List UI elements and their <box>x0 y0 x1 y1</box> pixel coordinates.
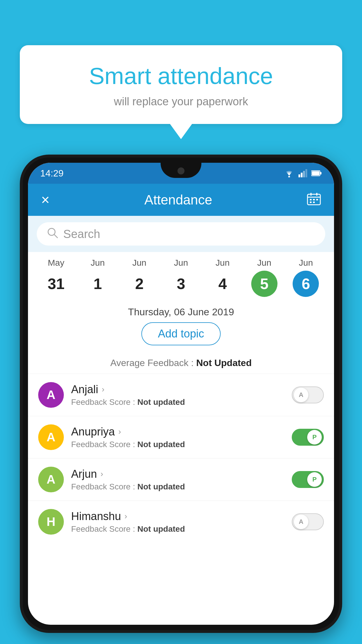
svg-rect-13 <box>313 199 315 200</box>
toggle-knob: A <box>294 388 308 402</box>
cal-month-label: Jun <box>132 258 146 268</box>
calendar-strip: May31Jun1Jun2Jun3Jun4Jun5Jun6 <box>28 252 334 300</box>
bubble-subtitle: will replace your paperwork <box>34 95 328 108</box>
svg-rect-6 <box>320 172 321 174</box>
signal-icon <box>298 169 307 177</box>
student-avatar: A <box>38 467 64 492</box>
search-icon <box>47 227 58 241</box>
attendance-toggle-wrap[interactable]: A <box>292 513 324 530</box>
student-feedback: Feedback Score : Not updated <box>71 524 284 534</box>
avg-feedback-value: Not Updated <box>196 358 252 368</box>
calendar-day[interactable]: Jun4 <box>210 258 236 297</box>
svg-rect-7 <box>312 171 319 175</box>
toggle-knob: A <box>294 514 308 529</box>
svg-rect-15 <box>310 202 312 203</box>
cal-month-label: Jun <box>174 258 188 268</box>
student-item[interactable]: HHimanshu ›Feedback Score : Not updatedA <box>28 501 334 543</box>
add-topic-button[interactable]: Add topic <box>141 322 221 345</box>
svg-rect-1 <box>298 174 300 177</box>
calendar-day[interactable]: Jun1 <box>85 258 111 297</box>
calendar-day[interactable]: Jun6 <box>293 258 319 297</box>
student-info: Anupriya ›Feedback Score : Not updated <box>71 426 284 449</box>
selected-date-display: Thursday, 06 June 2019 <box>28 300 334 322</box>
student-name: Himanshu › <box>71 510 284 523</box>
cal-date-number[interactable]: 5 <box>251 271 277 297</box>
attendance-toggle[interactable]: P <box>292 471 324 488</box>
header-title: Attendance <box>144 192 212 208</box>
cal-month-label: Jun <box>299 258 313 268</box>
chevron-icon: › <box>124 512 127 521</box>
calendar-day[interactable]: Jun5 <box>251 258 277 297</box>
calendar-day[interactable]: May31 <box>43 258 69 297</box>
cal-month-label: Jun <box>216 258 230 268</box>
cal-month-label: May <box>48 258 64 268</box>
student-item[interactable]: AArjun ›Feedback Score : Not updatedP <box>28 458 334 501</box>
status-time: 14:29 <box>40 168 64 179</box>
student-avatar: A <box>38 382 64 408</box>
battery-icon <box>311 170 322 176</box>
student-name: Anjali › <box>71 383 284 396</box>
cal-month-label: Jun <box>257 258 271 268</box>
svg-rect-14 <box>316 199 318 200</box>
svg-rect-2 <box>301 173 303 177</box>
search-bar[interactable]: Search <box>37 222 325 246</box>
chevron-icon: › <box>118 427 121 436</box>
attendance-toggle[interactable]: P <box>292 429 324 446</box>
student-avatar: A <box>38 424 64 450</box>
phone-inner: 14:29 <box>23 158 339 630</box>
student-feedback: Feedback Score : Not updated <box>71 440 284 449</box>
bubble-title: Smart attendance <box>34 63 328 90</box>
student-avatar: H <box>38 509 64 535</box>
attendance-toggle-wrap[interactable]: P <box>292 429 324 446</box>
attendance-toggle[interactable]: A <box>292 386 324 403</box>
cal-date-number[interactable]: 31 <box>43 271 69 297</box>
search-bar-container: Search <box>28 216 334 252</box>
student-name: Anupriya › <box>71 426 284 438</box>
cal-date-number[interactable]: 2 <box>126 271 152 297</box>
phone-screen: 14:29 <box>28 163 334 625</box>
svg-rect-3 <box>303 171 305 177</box>
svg-rect-11 <box>316 193 317 196</box>
svg-rect-12 <box>310 199 312 200</box>
cal-date-number[interactable]: 4 <box>210 271 236 297</box>
svg-point-0 <box>288 176 290 177</box>
student-info: Anjali ›Feedback Score : Not updated <box>71 383 284 407</box>
student-item[interactable]: AAnupriya ›Feedback Score : Not updatedP <box>28 416 334 458</box>
attendance-toggle-wrap[interactable]: A <box>292 386 324 403</box>
phone-wrapper: 14:29 <box>20 155 342 644</box>
calendar-icon[interactable] <box>307 192 321 208</box>
app-header: × Attendance <box>28 184 334 216</box>
speech-bubble: Smart attendance will replace your paper… <box>20 45 342 124</box>
svg-rect-4 <box>305 169 307 177</box>
svg-rect-16 <box>313 202 315 203</box>
calendar-day[interactable]: Jun2 <box>126 258 152 297</box>
status-icons <box>284 169 322 177</box>
toggle-knob: P <box>307 430 322 444</box>
cal-date-number[interactable]: 6 <box>293 271 319 297</box>
student-info: Himanshu ›Feedback Score : Not updated <box>71 510 284 534</box>
front-camera <box>178 167 184 174</box>
attendance-toggle-wrap[interactable]: P <box>292 471 324 488</box>
student-feedback: Feedback Score : Not updated <box>71 398 284 407</box>
student-list: AAnjali ›Feedback Score : Not updatedAAA… <box>28 374 334 543</box>
search-placeholder: Search <box>63 228 100 241</box>
attendance-toggle[interactable]: A <box>292 513 324 530</box>
student-info: Arjun ›Feedback Score : Not updated <box>71 468 284 491</box>
cal-date-number[interactable]: 1 <box>85 271 111 297</box>
wifi-icon <box>284 169 294 177</box>
student-feedback: Feedback Score : Not updated <box>71 482 284 491</box>
calendar-day[interactable]: Jun3 <box>168 258 194 297</box>
cal-month-label: Jun <box>91 258 105 268</box>
cal-date-number[interactable]: 3 <box>168 271 194 297</box>
svg-line-18 <box>54 235 57 238</box>
svg-rect-10 <box>310 193 312 196</box>
avg-feedback: Average Feedback : Not Updated <box>28 358 334 374</box>
toggle-knob: P <box>307 472 322 487</box>
student-name: Arjun › <box>71 468 284 480</box>
chevron-icon: › <box>101 469 103 479</box>
student-item[interactable]: AAnjali ›Feedback Score : Not updatedA <box>28 374 334 416</box>
chevron-icon: › <box>102 385 104 394</box>
avg-feedback-label: Average Feedback : <box>110 358 194 368</box>
close-button[interactable]: × <box>41 191 50 208</box>
phone-frame: 14:29 <box>20 155 342 633</box>
